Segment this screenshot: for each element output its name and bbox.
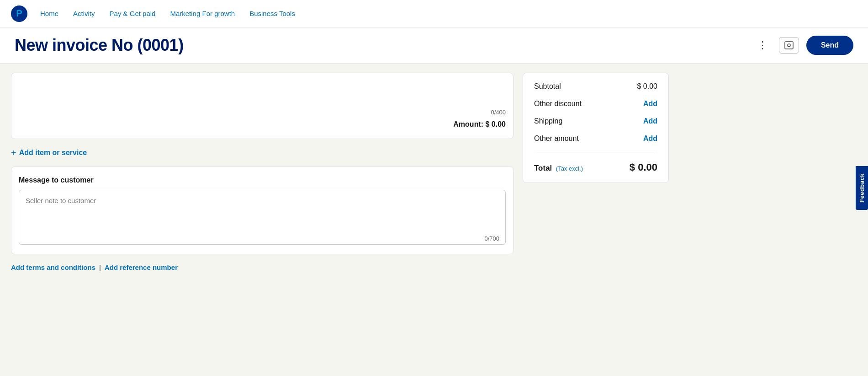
main-content: 0/400 Amount: $ 0.00 + Add item or servi… (0, 64, 868, 280)
summary-divider (534, 152, 657, 152)
link-separator: | (99, 263, 101, 271)
amount-card: 0/400 Amount: $ 0.00 (11, 73, 513, 139)
svg-text:P: P (16, 8, 22, 18)
other-amount-label: Other amount (534, 134, 579, 143)
shipping-row: Shipping Add (534, 117, 657, 125)
message-char-count: 0/700 (484, 235, 499, 242)
message-section-label: Message to customer (19, 176, 506, 184)
subtotal-value: $ 0.00 (637, 82, 657, 91)
subtotal-row: Subtotal $ 0.00 (534, 82, 657, 91)
subtotal-label: Subtotal (534, 82, 561, 91)
message-textarea[interactable] (19, 190, 506, 245)
discount-row: Other discount Add (534, 100, 657, 108)
total-label-group: Total (Tax excl.) (534, 164, 583, 173)
nav-links: Home Activity Pay & Get paid Marketing F… (40, 10, 295, 18)
header-actions: ⋮ Send (754, 36, 853, 55)
preview-icon (784, 40, 794, 50)
total-label: Total (534, 164, 552, 172)
message-card: Message to customer 0/700 (11, 167, 513, 254)
total-value: $ 0.00 (630, 161, 657, 173)
total-row: Total (Tax excl.) $ 0.00 (534, 161, 657, 173)
more-options-button[interactable]: ⋮ (754, 38, 772, 53)
add-item-button[interactable]: + Add item or service (11, 148, 87, 157)
nav-pay-get-paid[interactable]: Pay & Get paid (110, 10, 156, 17)
page-header: New invoice No (0001) ⋮ Send (0, 27, 868, 64)
nav-business-tools[interactable]: Business Tools (249, 10, 295, 17)
page-title: New invoice No (0001) (15, 36, 184, 55)
nav-home[interactable]: Home (40, 10, 58, 17)
bottom-links: Add terms and conditions | Add reference… (11, 263, 513, 271)
add-item-row: + Add item or service (11, 146, 513, 159)
other-amount-add-button[interactable]: Add (643, 134, 657, 143)
nav-activity[interactable]: Activity (73, 10, 95, 17)
add-reference-button[interactable]: Add reference number (105, 263, 178, 271)
shipping-add-button[interactable]: Add (643, 117, 657, 125)
navbar: P Home Activity Pay & Get paid Marketing… (0, 0, 868, 27)
summary-card: Subtotal $ 0.00 Other discount Add Shipp… (523, 73, 669, 183)
add-terms-button[interactable]: Add terms and conditions (11, 263, 95, 271)
left-panel: 0/400 Amount: $ 0.00 + Add item or servi… (11, 73, 513, 271)
feedback-strip[interactable]: Feedback (856, 166, 868, 210)
paypal-logo: P (11, 5, 27, 22)
add-item-label: Add item or service (19, 149, 87, 157)
discount-label: Other discount (534, 100, 582, 108)
send-button[interactable]: Send (806, 36, 853, 55)
other-amount-row: Other amount Add (534, 134, 657, 143)
amount-value: Amount: $ 0.00 (11, 118, 513, 133)
feedback-label[interactable]: Feedback (856, 166, 868, 210)
amount-textarea[interactable] (19, 77, 506, 104)
plus-icon: + (11, 148, 16, 157)
amount-card-inner (11, 73, 513, 106)
nav-marketing[interactable]: Marketing For growth (170, 10, 235, 17)
discount-add-button[interactable]: Add (643, 100, 657, 108)
right-panel: Subtotal $ 0.00 Other discount Add Shipp… (523, 73, 669, 271)
svg-rect-2 (785, 42, 793, 49)
preview-button[interactable] (779, 37, 799, 54)
svg-point-3 (788, 44, 790, 47)
shipping-label: Shipping (534, 117, 562, 125)
amount-char-count: 0/400 (11, 106, 513, 118)
message-textarea-wrapper: 0/700 (19, 190, 506, 247)
total-tax-label: (Tax excl.) (556, 165, 583, 172)
